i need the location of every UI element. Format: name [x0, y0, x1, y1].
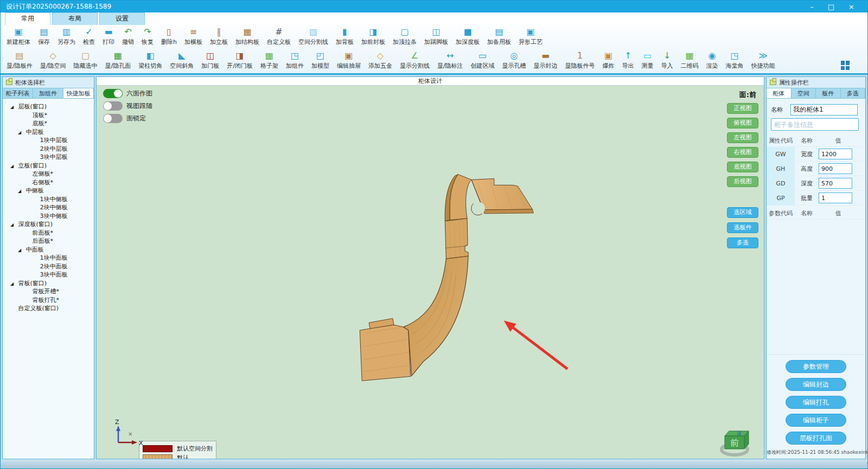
toolbar-button[interactable]: ◣ 空间斜角	[166, 49, 197, 70]
toolbar-button[interactable]: ▬ 显示封边	[530, 49, 561, 70]
toolbar-button[interactable]: ∠ 显示分割线	[396, 49, 433, 70]
toolbar-button[interactable]: # 自定义板	[263, 25, 295, 46]
toolbar-button[interactable]: ↓ 导入	[658, 49, 677, 70]
attr-value-input[interactable]	[819, 178, 852, 189]
cabinet-name-input[interactable]	[790, 104, 858, 115]
tree-item[interactable]: ◢ 顶板*	[3, 111, 94, 120]
toolbar-button[interactable]: ◳ 海棠角	[722, 49, 748, 70]
tree-item[interactable]: ◢ 1块中层板	[3, 136, 94, 145]
right-panel-tab[interactable]: 多选	[841, 88, 866, 99]
expander-icon[interactable]: ◢	[10, 162, 16, 171]
toolbar-button[interactable]: ◧ 梁柱切角	[135, 49, 166, 70]
toolbar-button[interactable]: ▭ 测量	[638, 49, 658, 70]
toolbar-button[interactable]: ▥ 另存为	[54, 25, 79, 46]
toolbar-button[interactable]: ≡ 加横板	[181, 25, 206, 46]
edit-button[interactable]: 参数管理	[786, 360, 846, 373]
attr-value-input[interactable]	[819, 163, 852, 174]
tree-item[interactable]: ◢ 1块中面板	[3, 254, 94, 262]
edit-button[interactable]: 编辑打孔	[786, 396, 846, 409]
tree-item[interactable]: ◢ 3块中侧板	[3, 212, 94, 221]
tree-item[interactable]: ◢ 中层板	[3, 128, 94, 137]
toolbar-button[interactable]: ◫ 加门板	[197, 49, 223, 70]
attr-value-input[interactable]	[819, 192, 852, 203]
tree-item[interactable]: ◢ 前面板*	[3, 229, 94, 237]
toolbar-button[interactable]: ◨ 加前封板	[358, 25, 389, 46]
tree-item[interactable]: ◢ 3块中层板	[3, 153, 94, 162]
tree-item[interactable]: ◢ 深度板(窗口)	[3, 220, 94, 229]
tree-item[interactable]: ◢ 左侧板*	[3, 170, 94, 178]
toolbar-button[interactable]: ↑ 导出	[618, 49, 638, 70]
tree-item[interactable]: ◢ 后面板*	[3, 237, 94, 246]
toolbar-button[interactable]: ◉ 渲染	[703, 49, 722, 70]
right-panel-tab[interactable]: 空间	[792, 88, 816, 99]
tree-item[interactable]: ◢ 中面板	[3, 246, 94, 254]
toolbar-button[interactable]: ◫ 加踢脚板	[420, 25, 452, 46]
left-panel-tab[interactable]: 加组件	[33, 88, 63, 99]
toolbar-button[interactable]: ▣ 新建柜体	[3, 25, 34, 46]
toolbar-button[interactable]: ■ 加深度板	[452, 25, 483, 46]
toolbar-button[interactable]: ▣ 异形工艺	[515, 25, 546, 46]
select-button[interactable]: 多选	[727, 237, 758, 248]
tree-item[interactable]: ◢ 1块中侧板	[3, 195, 94, 204]
toolbar-button[interactable]: ▧ 空间分割线	[295, 25, 332, 46]
tree-item[interactable]: ◢ 中侧板	[3, 187, 94, 195]
toolbar-button[interactable]: ▢ 加顶拉条	[389, 25, 420, 46]
toggle-switch[interactable]	[103, 89, 123, 98]
left-panel-tab[interactable]: 快捷加板	[63, 88, 94, 99]
toolbar-button[interactable]: ✓ 检查	[79, 25, 99, 46]
ribbon-tab[interactable]: 常用	[5, 12, 50, 25]
ribbon-tab[interactable]: 布局	[52, 12, 98, 25]
toolbar-button[interactable]: ≫ 快捷功能	[748, 49, 779, 70]
toolbar-button[interactable]: ▤ 保存	[34, 25, 54, 46]
cabinet-note-input[interactable]	[771, 118, 859, 131]
expander-icon[interactable]: ◢	[10, 221, 16, 229]
toolbar-button[interactable]: ▤ 加备用板	[483, 25, 515, 46]
view-button[interactable]: 正视图	[727, 103, 758, 114]
view-button[interactable]: 后视图	[727, 176, 758, 187]
tree-item[interactable]: ◢ 背板打孔*	[3, 296, 94, 305]
ribbon-tab[interactable]: 设置	[99, 12, 145, 25]
close-button[interactable]: ×	[848, 3, 854, 11]
tree-item[interactable]: ◢ 2块中面板	[3, 262, 94, 271]
toolbar-button[interactable]: ◇ 添加五金	[365, 49, 396, 70]
toolbar-button[interactable]: ▤ 显/隐板件	[3, 49, 36, 70]
tree-item[interactable]: ◢ 自定义板(窗口)	[3, 304, 94, 313]
tree-item[interactable]: ◢ 3块中面板	[3, 271, 94, 279]
maximize-button[interactable]: □	[828, 3, 834, 11]
tree-item[interactable]: ◢ 2块中层板	[3, 145, 94, 153]
toolbar-button[interactable]: ▬ 打印	[99, 25, 118, 46]
toolbar-button[interactable]: ▦ 显/隐孔面	[101, 49, 135, 70]
toolbar-button[interactable]: ◰ 加模型	[308, 49, 333, 70]
toolbar-button[interactable]: ▦ 二维码	[677, 49, 703, 70]
toolbar-grid-icon[interactable]	[841, 61, 850, 70]
toggle-switch[interactable]	[103, 101, 123, 111]
tree-item[interactable]: ◢ 底板*	[3, 119, 94, 128]
expander-icon[interactable]: ◢	[18, 129, 24, 137]
toolbar-button[interactable]: ▦ 加结构板	[232, 25, 263, 46]
select-button[interactable]: 选区域	[727, 207, 758, 218]
toolbar-button[interactable]: ◇ 显/隐空间	[36, 49, 70, 70]
tree-item[interactable]: ◢ 背板(窗口)	[3, 279, 94, 288]
toolbar-button[interactable]: ↶ 撤销	[118, 25, 138, 46]
toolbar-button[interactable]: ▣ 编辑抽屉	[333, 49, 365, 70]
tree-item[interactable]: ◢ 层板(窗口)	[3, 102, 94, 111]
toolbar-button[interactable]: ▣ 爆炸	[599, 49, 618, 70]
attr-value-input[interactable]	[819, 149, 852, 159]
toolbar-button[interactable]: ▯ 删除h	[157, 25, 181, 46]
view-button[interactable]: 俯视图	[727, 118, 758, 129]
tree-item[interactable]: ◢ 2块中侧板	[3, 203, 94, 212]
right-panel-tab[interactable]: 板件	[816, 88, 841, 99]
tree-item[interactable]: ◢ 背板开槽*	[3, 287, 94, 296]
nav-cube[interactable]: 顶 前	[717, 424, 752, 457]
toolbar-button[interactable]: 1 显隐板件号	[561, 49, 599, 70]
left-panel-tab[interactable]: 柜子列表	[3, 88, 33, 99]
toolbar-button[interactable]: ∥ 加立板	[206, 25, 232, 46]
toolbar-button[interactable]: ↔ 显/隐标注	[433, 49, 467, 70]
minimize-button[interactable]: –	[810, 3, 814, 11]
edit-button[interactable]: 编辑封边	[786, 378, 846, 391]
expander-icon[interactable]: ◢	[18, 187, 24, 196]
expander-icon[interactable]: ◢	[10, 280, 16, 288]
view-button[interactable]: 底视图	[727, 162, 758, 172]
tree-item[interactable]: ◢ 立板(窗口)	[3, 162, 94, 170]
3d-viewport[interactable]: 六面作图 视图跟随 面锁定 面:前	[97, 86, 764, 459]
